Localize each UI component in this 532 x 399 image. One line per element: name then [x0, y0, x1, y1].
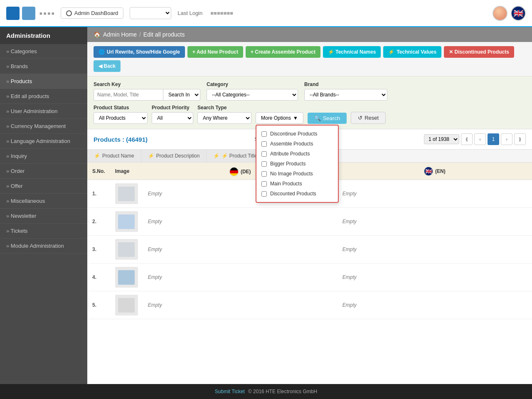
url-rewrite-button[interactable]: 🌐 Url Rewrite, Show/Hide Google [94, 46, 185, 58]
sidebar-item-edit-all-products[interactable]: Edit all products [0, 89, 87, 104]
logo-square-2 [22, 7, 35, 20]
dropdown-item-discontinue[interactable]: Discontinue Products [256, 129, 338, 139]
search-type-select[interactable]: Any Where [197, 112, 251, 124]
product-priority-group: Product Priority All [152, 105, 193, 124]
row-de-value: Empty [143, 208, 337, 236]
breadcrumb: 🏠 Admin Home / Edit all products [87, 27, 532, 42]
tab-product-name[interactable]: ⚡ Product Name [87, 150, 141, 162]
create-assemble-button[interactable]: + Create Assemble Product [246, 46, 320, 58]
row-num: 5. [87, 291, 110, 319]
back-button[interactable]: ◀ Back [94, 60, 121, 72]
sidebar-item-products[interactable]: Products [0, 74, 87, 89]
search-button[interactable]: 🔍 Search [308, 113, 347, 124]
main-checkbox[interactable] [261, 181, 267, 187]
flag-de-icon [229, 167, 239, 176]
lightning-icon-tab3: ⚡ [213, 153, 219, 159]
search-in-select[interactable]: Search In [163, 89, 200, 101]
sidebar-item-language-administration[interactable]: Language Administration [0, 134, 87, 149]
dropdown-item-assemble[interactable]: Assemble Products [256, 139, 338, 149]
last-login-label: Last Login [177, 10, 202, 16]
product-image [115, 239, 138, 260]
dashboard-label: Admin DashBoard [74, 10, 118, 16]
product-status-group: Product Status All Products [94, 105, 148, 124]
sidebar-item-newsletter[interactable]: Newsletter [0, 209, 87, 224]
prev-page-button[interactable]: ‹ [474, 133, 486, 145]
sidebar-item-offer[interactable]: Offer [0, 179, 87, 194]
no-image-checkbox[interactable] [261, 171, 267, 177]
search-key-group: Search Key Search In [94, 81, 200, 101]
action-bar: 🌐 Url Rewrite, Show/Hide Google + Add Ne… [87, 42, 532, 76]
submit-ticket-link[interactable]: Submit Ticket [215, 389, 245, 394]
row-image-cell [110, 291, 143, 319]
avatar[interactable] [493, 6, 507, 21]
admin-dashboard-button[interactable]: Admin DashBoard [61, 7, 124, 19]
sidebar-item-inquiry[interactable]: Inquiry [0, 149, 87, 164]
sidebar-item-brands[interactable]: Brands [0, 59, 87, 74]
sidebar-item-module-administration[interactable]: Module Administration [0, 239, 87, 254]
row-en-value: Empty [337, 180, 532, 208]
first-page-button[interactable]: ⟪ [461, 133, 473, 145]
product-image-inner [118, 187, 135, 201]
row-en-value: Empty [337, 291, 532, 319]
page-select[interactable]: 1 of 1938 [424, 134, 459, 144]
technical-values-button[interactable]: ⚡ Technical Values [383, 46, 441, 58]
bigger-checkbox[interactable] [261, 161, 267, 167]
sidebar-item-currency-management[interactable]: Currency Management [0, 119, 87, 134]
sidebar-item-tickets[interactable]: Tickets [0, 224, 87, 239]
discounted-checkbox[interactable] [261, 191, 267, 197]
product-image-inner [118, 270, 135, 285]
col-sno: S.No. [87, 163, 110, 180]
home-icon: 🏠 [94, 31, 101, 38]
sidebar-item-order[interactable]: Order [0, 164, 87, 179]
dropdown-item-no-image[interactable]: No Image Products [256, 169, 338, 179]
discontinue-checkbox[interactable] [261, 131, 267, 137]
search-type-group: Search Type Any Where [197, 105, 251, 124]
more-options-wrapper: More Options ▼ Discontinue Products Asse… [256, 112, 303, 124]
footer-copyright: © 2016 HTE Electronics GmbH [248, 389, 317, 394]
breadcrumb-current: Edit all products [143, 31, 185, 38]
last-login-value: ■■■■■■■ [210, 10, 233, 16]
logo-text: ■ ■ ■ ■ [39, 11, 54, 16]
lightning-icon-tab2: ⚡ [148, 153, 154, 159]
product-priority-label: Product Priority [152, 105, 193, 111]
attribute-checkbox[interactable] [261, 151, 267, 157]
table-row: 5. Empty Empty [87, 291, 532, 319]
brand-select[interactable]: --All Brands-- [304, 89, 387, 101]
product-priority-select[interactable]: All [152, 112, 193, 124]
reset-icon: ↺ [358, 115, 362, 121]
discontinued-products-button[interactable]: ✕ Discontinued Products [444, 46, 514, 58]
category-select[interactable]: --All Categories-- [207, 89, 298, 101]
assemble-checkbox[interactable] [261, 141, 267, 147]
next-page-button[interactable]: › [501, 133, 512, 145]
sidebar-item-categories[interactable]: Categories [0, 44, 87, 59]
row-de-value: Empty [143, 264, 337, 291]
last-page-button[interactable]: ⟫ [514, 133, 526, 145]
product-image-inner [118, 242, 135, 257]
dropdown-item-bigger[interactable]: Bigger Products [256, 159, 338, 169]
breadcrumb-home-link[interactable]: Admin Home [103, 31, 137, 38]
col-image: Image [110, 163, 143, 180]
dropdown-item-attribute[interactable]: Attribute Products [256, 149, 338, 159]
more-options-menu: Discontinue Products Assemble Products A… [256, 125, 339, 203]
technical-names-button[interactable]: ⚡ Technical Names [323, 46, 381, 58]
flag-uk-icon[interactable]: 🇬🇧 [511, 6, 526, 21]
sidebar-item-miscellaneous[interactable]: Miscellaneous [0, 194, 87, 209]
add-new-product-button[interactable]: + Add New Product [187, 46, 243, 58]
lightning-icon-tab1: ⚡ [94, 153, 100, 159]
dashboard-dropdown[interactable] [130, 7, 171, 19]
main-layout: Administration Categories Brands Product… [0, 27, 532, 384]
product-status-select[interactable]: All Products [94, 112, 148, 124]
reset-button[interactable]: ↺ Reset [351, 112, 386, 124]
content-area: 🏠 Admin Home / Edit all products 🌐 Url R… [87, 27, 532, 384]
sidebar-item-user-administration[interactable]: User Administration [0, 104, 87, 119]
dropdown-item-main[interactable]: Main Products [256, 179, 338, 189]
dropdown-item-discounted[interactable]: Discounted Products [256, 189, 338, 199]
product-image [115, 295, 138, 315]
search-key-input[interactable] [94, 89, 163, 101]
row-image-cell [110, 264, 143, 291]
product-image [115, 183, 138, 204]
flag-uk-table-icon: 🇬🇧 [424, 167, 433, 176]
tab-product-description[interactable]: ⚡ Product Description [141, 150, 207, 162]
more-options-button[interactable]: More Options ▼ [256, 112, 303, 124]
search-icon: 🔍 [314, 115, 321, 121]
